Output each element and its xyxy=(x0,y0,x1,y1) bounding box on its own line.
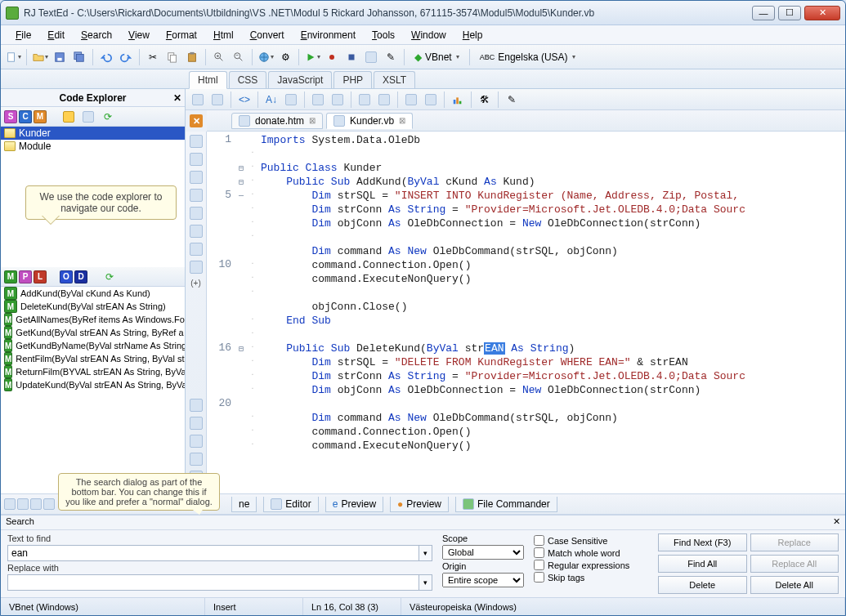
record-icon[interactable] xyxy=(323,48,341,66)
globe-icon[interactable]: ▾ xyxy=(257,48,275,66)
lang-tab-html[interactable]: Html xyxy=(189,71,227,89)
menu-format[interactable]: Format xyxy=(159,28,204,42)
lang-tab-css[interactable]: CSS xyxy=(229,71,267,88)
method-list[interactable]: MAddKund(ByVal cKund As Kund)MDeleteKund… xyxy=(1,287,185,493)
save-all-icon[interactable] xyxy=(70,48,88,66)
method-item[interactable]: MDeleteKund(ByVal strEAN As String) xyxy=(1,300,185,313)
filter-l-icon[interactable]: L xyxy=(34,270,47,283)
filter-c-icon[interactable]: C xyxy=(19,110,32,123)
explorer-close-icon[interactable]: ✕ xyxy=(173,92,181,104)
regex-checkbox[interactable] xyxy=(534,560,544,570)
etb-chart-icon[interactable] xyxy=(449,91,467,109)
menu-file[interactable]: File xyxy=(9,28,38,42)
vs-ico-2[interactable] xyxy=(190,153,203,166)
menu-search[interactable]: Search xyxy=(74,28,119,42)
etb-list-icon[interactable] xyxy=(356,91,374,109)
filter-p-icon[interactable]: P xyxy=(19,270,32,283)
paste-icon[interactable] xyxy=(183,48,201,66)
bt-num-1[interactable] xyxy=(4,498,16,510)
script-icon[interactable] xyxy=(362,48,380,66)
tab-close-all-icon[interactable]: ✕ xyxy=(190,114,203,127)
menu-tools[interactable]: Tools xyxy=(365,28,401,42)
cut-icon[interactable]: ✂ xyxy=(144,48,162,66)
filter-m-icon[interactable]: M xyxy=(34,110,47,123)
method-item[interactable]: MAddKund(ByVal cKund As Kund) xyxy=(1,287,185,300)
vs-ico-4[interactable] xyxy=(190,189,203,202)
menu-edit[interactable]: Edit xyxy=(41,28,71,42)
etb-list2-icon[interactable] xyxy=(375,91,393,109)
etb-sort2-icon[interactable] xyxy=(282,91,300,109)
refresh-icon[interactable]: ⟳ xyxy=(99,108,117,126)
fold-column[interactable]: ⊟⊟—⊟ xyxy=(235,132,248,493)
stop-icon[interactable] xyxy=(342,48,360,66)
text-to-find-input[interactable] xyxy=(7,545,419,561)
skip-tags-checkbox[interactable] xyxy=(534,572,544,583)
vs-ico-3[interactable] xyxy=(190,171,203,184)
bottom-tab-ne[interactable]: ne xyxy=(231,497,257,512)
etb-sort-icon[interactable]: A↓ xyxy=(262,91,280,109)
etb-1[interactable] xyxy=(189,91,207,109)
menu-environment[interactable]: Environment xyxy=(294,28,362,42)
delete-button[interactable]: Delete xyxy=(658,576,747,594)
bottom-tab-preview-ff[interactable]: ●Preview xyxy=(390,497,449,512)
method-item[interactable]: MRentFilm(ByVal strEAN As String, ByVal … xyxy=(1,352,185,365)
refresh2-icon[interactable]: ⟳ xyxy=(101,268,119,286)
vs-ico-b3[interactable] xyxy=(190,435,203,448)
explorer-tree[interactable]: KunderModule xyxy=(1,127,185,153)
lang-tab-xslt[interactable]: XSLT xyxy=(374,71,415,88)
scope-select[interactable]: Global xyxy=(442,545,524,560)
play-icon[interactable]: ▾ xyxy=(303,48,321,66)
menu-window[interactable]: Window xyxy=(405,28,453,42)
zoom-in-icon[interactable]: + xyxy=(210,48,228,66)
replace-history-dropdown[interactable]: ▾ xyxy=(419,574,432,591)
vs-ico-6[interactable] xyxy=(190,225,203,238)
menu-html[interactable]: Html xyxy=(207,28,240,42)
etb-2[interactable] xyxy=(208,91,226,109)
save-icon[interactable] xyxy=(51,48,69,66)
vs-ico-b4[interactable] xyxy=(190,453,203,466)
file-tab[interactable]: donate.htm⊠ xyxy=(231,113,323,129)
edit-icon[interactable]: ✎ xyxy=(382,48,400,66)
tree-item[interactable]: Module xyxy=(1,140,185,153)
gears-icon[interactable]: ⚙ xyxy=(276,48,294,66)
minimize-button[interactable]: — xyxy=(752,6,775,20)
case-sensitive-checkbox[interactable] xyxy=(534,535,544,546)
menu-help[interactable]: Help xyxy=(456,28,490,42)
etb-col2-icon[interactable] xyxy=(422,91,440,109)
tab-close-icon[interactable]: ⊠ xyxy=(399,116,405,125)
origin-select[interactable]: Entire scope xyxy=(442,573,524,587)
titlebar[interactable]: RJ TextEd - C:\Users\Rickard\Documents\U… xyxy=(1,1,845,25)
replace-all-button[interactable]: Replace All xyxy=(750,555,839,573)
etb-col-icon[interactable] xyxy=(402,91,420,109)
bt-num-2[interactable] xyxy=(17,498,29,510)
etb-indent-icon[interactable] xyxy=(309,91,327,109)
explorer-action2-icon[interactable] xyxy=(79,108,97,126)
method-item[interactable]: MGetKundByName(ByVal strName As String xyxy=(1,339,185,352)
vs-ico-1[interactable] xyxy=(190,135,203,148)
bt-num-3[interactable] xyxy=(30,498,42,510)
vs-ico-b2[interactable] xyxy=(190,417,203,430)
tab-close-icon[interactable]: ⊠ xyxy=(309,116,316,125)
redo-icon[interactable] xyxy=(117,48,135,66)
bottom-tab-preview-ie[interactable]: ePreview xyxy=(325,497,383,512)
code-editor[interactable]: 15101620 ⊟⊟—⊟ ................... Import… xyxy=(207,132,845,493)
code-area[interactable]: Imports System.Data.OleDb Public Class K… xyxy=(257,132,845,493)
vs-ico-8[interactable] xyxy=(190,261,203,274)
tree-item[interactable]: Kunder xyxy=(1,127,185,140)
bottom-tab-filecommander[interactable]: File Commander xyxy=(455,497,557,512)
find-next-button[interactable]: Find Next (F3) xyxy=(658,533,747,551)
method-item[interactable]: MUpdateKund(ByVal strEAN As String, ByVa xyxy=(1,378,185,391)
maximize-button[interactable]: ☐ xyxy=(778,6,801,20)
etb-outdent-icon[interactable] xyxy=(329,91,347,109)
filter-o-icon[interactable]: O xyxy=(60,270,73,283)
new-file-icon[interactable]: ▾ xyxy=(4,48,22,66)
filter-m2-icon[interactable]: M xyxy=(4,270,17,283)
find-history-dropdown[interactable]: ▾ xyxy=(419,545,432,561)
method-item[interactable]: MGetKund(ByVal strEAN As String, ByRef a xyxy=(1,326,185,339)
vs-ico-5[interactable] xyxy=(190,207,203,220)
etb-tag-icon[interactable]: <> xyxy=(235,91,253,109)
open-folder-icon[interactable]: ▾ xyxy=(31,48,49,66)
bottom-tab-editor[interactable]: Editor xyxy=(263,497,318,512)
method-item[interactable]: MReturnFilm(BYVAL strEAN As String, ByVa… xyxy=(1,365,185,378)
vs-ico-7[interactable] xyxy=(190,243,203,256)
